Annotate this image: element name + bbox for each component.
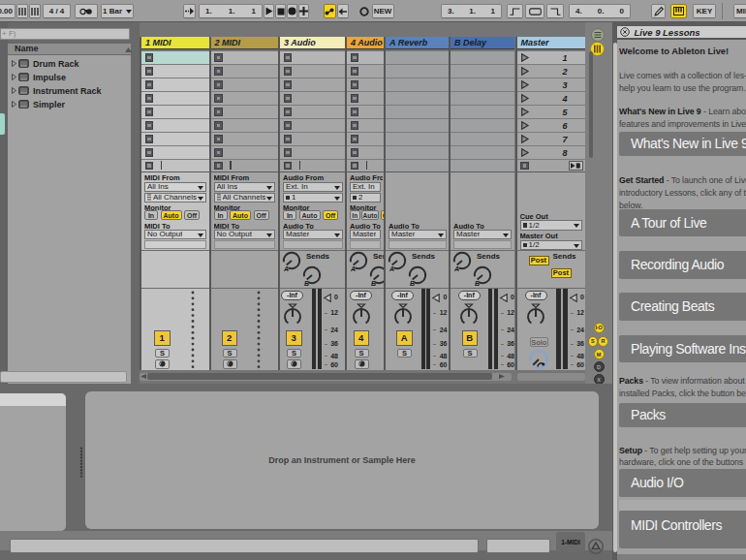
lesson-banner-creating-beats[interactable]: Creating Beats [619, 293, 746, 321]
io-channel-dropdown[interactable]: 2 [350, 193, 381, 203]
solo-button[interactable]: S [355, 349, 369, 358]
session-record-button[interactable] [357, 4, 371, 18]
monitor-in-button[interactable]: In [144, 210, 158, 220]
send-knob-a[interactable]: A [281, 250, 302, 272]
key-map-button[interactable]: KEY [693, 4, 716, 18]
monitor-off-button[interactable]: Off [254, 210, 269, 220]
follow-button[interactable] [183, 4, 196, 18]
volume-display[interactable]: -Inf [281, 291, 303, 300]
midi-map-button[interactable]: MID [733, 4, 746, 18]
volume-display[interactable]: -Inf [350, 291, 372, 300]
send-knob-a[interactable]: A [451, 250, 473, 272]
track-activator[interactable]: 3 [286, 330, 302, 346]
lesson-banner-packs[interactable]: Packs [619, 403, 746, 427]
io-from-dropdown[interactable]: Ext. In [283, 182, 343, 193]
send-knob-b[interactable]: B [472, 264, 493, 287]
lesson-banner-audio-i-o[interactable]: Audio I/O [619, 469, 746, 497]
mixer-toggle-s[interactable]: S [588, 336, 599, 347]
send-knob-b[interactable]: B [368, 264, 384, 287]
arm-button[interactable] [355, 359, 369, 369]
detail-resize-handle[interactable] [79, 447, 83, 480]
device-view[interactable]: Drop an Instrument or Sample Here [85, 391, 599, 529]
post-toggle-button[interactable]: Post [551, 268, 572, 279]
volume-display[interactable]: -Inf [525, 291, 547, 300]
close-icon[interactable] [620, 27, 630, 37]
volume-display[interactable]: -Inf [391, 291, 414, 300]
send-knob-a[interactable]: A [348, 250, 369, 272]
arrangement-view-selector[interactable] [591, 28, 605, 42]
draw-mode-button[interactable] [651, 4, 666, 18]
track-activator[interactable]: 2 [222, 330, 238, 346]
monitor-in-button[interactable]: In [283, 210, 296, 220]
io-channel-dropdown[interactable]: 1 [283, 193, 343, 203]
solo-button[interactable]: S [463, 349, 478, 358]
loop-length-field[interactable]: 4.0.0 [569, 4, 631, 18]
lesson-banner-playing-software-instruments[interactable]: Playing Software Instruments [619, 335, 746, 363]
io-to-dropdown[interactable]: Master [389, 230, 447, 240]
send-knob-b[interactable]: B [301, 264, 323, 287]
punch-in-button[interactable] [507, 4, 523, 18]
arrangement-position-field[interactable]: 1.1.1 [199, 4, 263, 18]
monitor-off-button[interactable]: Off [323, 210, 338, 220]
arm-button[interactable] [223, 359, 237, 369]
mixer-toggle-i-o[interactable]: I-O [594, 323, 605, 333]
track-activator[interactable]: 4 [354, 330, 370, 346]
send-knob-a[interactable]: A [387, 250, 408, 272]
pan-knob[interactable] [352, 303, 371, 326]
nudge-up-button[interactable] [29, 4, 41, 18]
monitor-in-button[interactable]: In [214, 210, 228, 220]
monitor-off-button[interactable]: Off [184, 210, 200, 220]
cue-out-dropdown[interactable]: 1/2 [520, 220, 582, 231]
post-toggle-button[interactable]: Post [529, 256, 549, 266]
back-to-arrangement-button[interactable] [337, 4, 350, 18]
cue-volume-knob[interactable] [528, 349, 549, 370]
pan-knob[interactable] [283, 303, 302, 326]
device-view-tab[interactable]: 1-MIDI [556, 532, 585, 552]
midi-overdub-button[interactable] [298, 4, 309, 18]
punch-out-button[interactable] [546, 4, 564, 18]
volume-display[interactable]: -Inf [458, 291, 481, 300]
pan-knob[interactable] [459, 303, 479, 326]
master-solo-button[interactable]: Solo [530, 337, 549, 347]
mixer-toggle-r[interactable]: R [598, 336, 608, 347]
io-to-dropdown[interactable]: Master [283, 230, 343, 240]
solo-button[interactable]: S [287, 349, 301, 358]
io-channel-dropdown[interactable]: All Channels [214, 193, 276, 203]
mixer-toggle-d[interactable]: D [594, 361, 605, 372]
browser-search-field[interactable]: + F) [0, 28, 130, 40]
io-from-dropdown[interactable]: Ext. In [350, 182, 381, 193]
browser-item[interactable]: Simpler [8, 97, 131, 110]
browser-item[interactable]: Impulse [8, 70, 131, 83]
session-h-scrollbar-thumb[interactable] [147, 373, 492, 380]
master-out-dropdown[interactable]: 1/2 [520, 240, 582, 251]
io-from-dropdown[interactable]: All Ins [214, 182, 276, 193]
scroll-right-icon[interactable] [499, 374, 505, 379]
session-h-scrollbar[interactable] [140, 373, 512, 381]
io-to-dropdown[interactable]: Master [350, 230, 381, 240]
io-to-dropdown[interactable]: No Output [214, 230, 276, 240]
lesson-banner-a-tour-of-live[interactable]: A Tour of Live [619, 209, 746, 236]
send-knob-b[interactable]: B [407, 264, 428, 287]
lesson-banner-midi-controllers[interactable]: MIDI Controllers [619, 511, 746, 549]
record-button[interactable] [287, 4, 297, 18]
browser-item[interactable]: Instrument Rack [8, 83, 131, 97]
lesson-banner-recording-audio[interactable]: Recording Audio [619, 251, 746, 279]
nudge-down-button[interactable] [16, 4, 28, 18]
metronome-button[interactable] [75, 4, 98, 18]
lesson-banner-what-s-new-in-live-9[interactable]: What's New in Live 9 [619, 132, 746, 157]
time-signature-field[interactable]: 4 / 4 [43, 4, 71, 18]
browser-sidebar-selected-item[interactable] [0, 113, 5, 135]
session-v-scrollbar[interactable] [589, 51, 593, 158]
io-to-dropdown[interactable]: No Output [144, 230, 206, 240]
computer-midi-keyboard-button[interactable] [670, 4, 687, 18]
new-scene-button[interactable]: NEW [372, 4, 394, 18]
io-from-dropdown[interactable]: All Ins [144, 182, 206, 193]
browser-name-header[interactable]: Name [8, 44, 131, 56]
io-to-dropdown[interactable]: Master [453, 230, 512, 240]
pan-knob[interactable] [526, 303, 545, 326]
quantization-menu[interactable]: 1 Bar [101, 4, 134, 18]
scroll-left-icon[interactable] [140, 374, 146, 379]
monitor-auto-button[interactable]: Auto [299, 210, 321, 220]
track-activator[interactable]: 1 [154, 330, 171, 346]
monitor-auto-button[interactable]: Auto [161, 210, 182, 220]
